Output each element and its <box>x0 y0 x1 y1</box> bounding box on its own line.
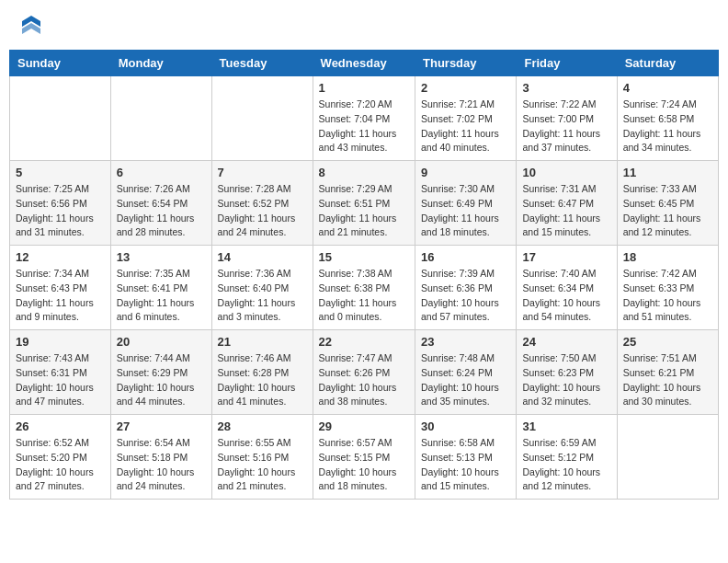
day-info: Sunrise: 6:52 AM Sunset: 5:20 PM Dayligh… <box>16 436 105 494</box>
day-cell: 16Sunrise: 7:39 AM Sunset: 6:36 PM Dayli… <box>415 246 517 330</box>
day-cell: 25Sunrise: 7:51 AM Sunset: 6:21 PM Dayli… <box>617 330 718 415</box>
day-info: Sunrise: 6:59 AM Sunset: 5:12 PM Dayligh… <box>522 436 610 494</box>
day-cell: 10Sunrise: 7:31 AM Sunset: 6:47 PM Dayli… <box>517 161 617 246</box>
day-info: Sunrise: 6:58 AM Sunset: 5:13 PM Dayligh… <box>421 436 510 494</box>
day-number: 14 <box>218 250 307 264</box>
day-cell: 3Sunrise: 7:22 AM Sunset: 7:00 PM Daylig… <box>517 76 617 161</box>
week-row-1: 1Sunrise: 7:20 AM Sunset: 7:04 PM Daylig… <box>10 76 719 161</box>
day-number: 22 <box>319 335 409 349</box>
day-number: 9 <box>421 166 510 179</box>
day-cell: 20Sunrise: 7:44 AM Sunset: 6:29 PM Dayli… <box>110 330 211 415</box>
day-cell: 31Sunrise: 6:59 AM Sunset: 5:12 PM Dayli… <box>517 415 617 500</box>
day-number: 4 <box>623 81 712 95</box>
day-info: Sunrise: 7:46 AM Sunset: 6:28 PM Dayligh… <box>218 351 307 409</box>
day-info: Sunrise: 7:50 AM Sunset: 6:23 PM Dayligh… <box>522 351 610 409</box>
day-number: 27 <box>117 419 206 433</box>
page-header <box>9 9 719 40</box>
day-number: 15 <box>319 250 409 264</box>
day-info: Sunrise: 7:30 AM Sunset: 6:49 PM Dayligh… <box>421 182 510 240</box>
day-cell: 12Sunrise: 7:34 AM Sunset: 6:43 PM Dayli… <box>10 246 111 330</box>
day-cell: 6Sunrise: 7:26 AM Sunset: 6:54 PM Daylig… <box>110 161 211 246</box>
day-info: Sunrise: 7:33 AM Sunset: 6:45 PM Dayligh… <box>623 182 712 240</box>
day-cell: 9Sunrise: 7:30 AM Sunset: 6:49 PM Daylig… <box>415 161 517 246</box>
day-info: Sunrise: 6:55 AM Sunset: 5:16 PM Dayligh… <box>218 436 307 494</box>
day-number: 11 <box>623 166 712 179</box>
day-info: Sunrise: 7:35 AM Sunset: 6:41 PM Dayligh… <box>117 267 206 325</box>
day-number: 19 <box>16 335 105 349</box>
day-cell: 11Sunrise: 7:33 AM Sunset: 6:45 PM Dayli… <box>617 161 718 246</box>
weekday-header-wednesday: Wednesday <box>313 51 415 76</box>
day-cell: 5Sunrise: 7:25 AM Sunset: 6:56 PM Daylig… <box>10 161 111 246</box>
day-info: Sunrise: 7:40 AM Sunset: 6:34 PM Dayligh… <box>522 267 610 325</box>
day-info: Sunrise: 7:36 AM Sunset: 6:40 PM Dayligh… <box>218 267 307 325</box>
weekday-header-friday: Friday <box>517 51 617 76</box>
day-info: Sunrise: 7:24 AM Sunset: 6:58 PM Dayligh… <box>623 98 712 155</box>
day-number: 20 <box>117 335 206 349</box>
day-number: 21 <box>218 335 307 349</box>
day-number: 1 <box>319 81 409 95</box>
day-number: 3 <box>522 81 610 95</box>
day-info: Sunrise: 7:48 AM Sunset: 6:24 PM Dayligh… <box>421 351 510 409</box>
week-row-5: 26Sunrise: 6:52 AM Sunset: 5:20 PM Dayli… <box>10 415 719 500</box>
weekday-header-monday: Monday <box>110 51 211 76</box>
day-cell: 2Sunrise: 7:21 AM Sunset: 7:02 PM Daylig… <box>415 76 517 161</box>
day-cell: 14Sunrise: 7:36 AM Sunset: 6:40 PM Dayli… <box>211 246 313 330</box>
day-info: Sunrise: 7:43 AM Sunset: 6:31 PM Dayligh… <box>16 351 105 409</box>
weekday-header-thursday: Thursday <box>415 51 517 76</box>
day-cell: 28Sunrise: 6:55 AM Sunset: 5:16 PM Dayli… <box>211 415 313 500</box>
day-number: 29 <box>319 419 409 433</box>
day-cell: 19Sunrise: 7:43 AM Sunset: 6:31 PM Dayli… <box>10 330 111 415</box>
day-cell: 13Sunrise: 7:35 AM Sunset: 6:41 PM Dayli… <box>110 246 211 330</box>
day-cell <box>617 415 718 500</box>
day-cell: 17Sunrise: 7:40 AM Sunset: 6:34 PM Dayli… <box>517 246 617 330</box>
day-info: Sunrise: 7:42 AM Sunset: 6:33 PM Dayligh… <box>623 267 712 325</box>
day-info: Sunrise: 7:47 AM Sunset: 6:26 PM Dayligh… <box>319 351 409 409</box>
day-cell: 7Sunrise: 7:28 AM Sunset: 6:52 PM Daylig… <box>211 161 313 246</box>
day-info: Sunrise: 7:20 AM Sunset: 7:04 PM Dayligh… <box>319 98 409 155</box>
day-number: 24 <box>522 335 610 349</box>
day-cell <box>211 76 313 161</box>
day-cell: 23Sunrise: 7:48 AM Sunset: 6:24 PM Dayli… <box>415 330 517 415</box>
day-cell: 30Sunrise: 6:58 AM Sunset: 5:13 PM Dayli… <box>415 415 517 500</box>
day-number: 6 <box>117 166 206 179</box>
day-number: 5 <box>16 166 105 179</box>
day-number: 18 <box>623 250 712 264</box>
day-cell: 27Sunrise: 6:54 AM Sunset: 5:18 PM Dayli… <box>110 415 211 500</box>
day-number: 7 <box>218 166 307 179</box>
day-info: Sunrise: 7:31 AM Sunset: 6:47 PM Dayligh… <box>522 182 610 240</box>
day-number: 16 <box>421 250 510 264</box>
day-cell: 21Sunrise: 7:46 AM Sunset: 6:28 PM Dayli… <box>211 330 313 415</box>
day-info: Sunrise: 7:21 AM Sunset: 7:02 PM Dayligh… <box>421 98 510 155</box>
day-info: Sunrise: 7:29 AM Sunset: 6:51 PM Dayligh… <box>319 182 409 240</box>
day-info: Sunrise: 7:28 AM Sunset: 6:52 PM Dayligh… <box>218 182 307 240</box>
weekday-header-row: SundayMondayTuesdayWednesdayThursdayFrid… <box>10 51 719 76</box>
logo-icon <box>20 14 42 36</box>
day-info: Sunrise: 7:39 AM Sunset: 6:36 PM Dayligh… <box>421 267 510 325</box>
day-info: Sunrise: 6:57 AM Sunset: 5:15 PM Dayligh… <box>319 436 409 494</box>
day-info: Sunrise: 7:22 AM Sunset: 7:00 PM Dayligh… <box>522 98 610 155</box>
day-number: 31 <box>522 419 610 433</box>
day-cell: 4Sunrise: 7:24 AM Sunset: 6:58 PM Daylig… <box>617 76 718 161</box>
week-row-4: 19Sunrise: 7:43 AM Sunset: 6:31 PM Dayli… <box>10 330 719 415</box>
day-number: 17 <box>522 250 610 264</box>
day-number: 10 <box>522 166 610 179</box>
day-info: Sunrise: 7:44 AM Sunset: 6:29 PM Dayligh… <box>117 351 206 409</box>
day-number: 26 <box>16 419 105 433</box>
day-cell: 18Sunrise: 7:42 AM Sunset: 6:33 PM Dayli… <box>617 246 718 330</box>
day-info: Sunrise: 7:26 AM Sunset: 6:54 PM Dayligh… <box>117 182 206 240</box>
weekday-header-sunday: Sunday <box>10 51 111 76</box>
week-row-2: 5Sunrise: 7:25 AM Sunset: 6:56 PM Daylig… <box>10 161 719 246</box>
day-info: Sunrise: 7:34 AM Sunset: 6:43 PM Dayligh… <box>16 267 105 325</box>
week-row-3: 12Sunrise: 7:34 AM Sunset: 6:43 PM Dayli… <box>10 246 719 330</box>
day-number: 30 <box>421 419 510 433</box>
calendar-table: SundayMondayTuesdayWednesdayThursdayFrid… <box>9 50 719 500</box>
day-info: Sunrise: 7:25 AM Sunset: 6:56 PM Dayligh… <box>16 182 105 240</box>
day-cell: 29Sunrise: 6:57 AM Sunset: 5:15 PM Dayli… <box>313 415 415 500</box>
day-cell: 8Sunrise: 7:29 AM Sunset: 6:51 PM Daylig… <box>313 161 415 246</box>
day-cell: 26Sunrise: 6:52 AM Sunset: 5:20 PM Dayli… <box>10 415 111 500</box>
day-cell: 22Sunrise: 7:47 AM Sunset: 6:26 PM Dayli… <box>313 330 415 415</box>
day-info: Sunrise: 6:54 AM Sunset: 5:18 PM Dayligh… <box>117 436 206 494</box>
day-number: 13 <box>117 250 206 264</box>
logo <box>18 14 42 36</box>
weekday-header-saturday: Saturday <box>617 51 718 76</box>
